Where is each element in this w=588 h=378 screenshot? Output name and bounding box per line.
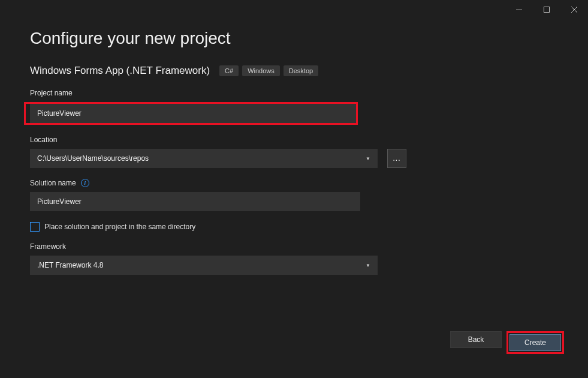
project-name-input[interactable] [30,104,356,123]
template-tags: C# Windows Desktop [219,65,318,76]
framework-value: .NET Framework 4.8 [37,261,103,269]
project-name-highlight [24,102,358,125]
same-directory-checkbox[interactable] [30,222,40,232]
chevron-down-icon: ▼ [366,263,370,268]
maximize-button[interactable] [533,0,560,19]
tag: C# [219,65,239,76]
same-directory-row: Place solution and project in the same d… [30,222,558,232]
framework-select[interactable]: .NET Framework 4.8 ▼ [30,256,378,275]
project-name-label: Project name [30,89,558,97]
create-button[interactable]: Create [509,334,561,351]
location-select[interactable]: C:\Users\UserName\sources\repos ▼ [30,149,378,168]
project-name-field-group: Project name [30,89,558,125]
chevron-down-icon: ▼ [366,156,370,161]
minimize-button[interactable] [505,0,533,19]
create-button-highlight: Create [506,331,564,354]
footer-buttons: Back Create [450,331,564,354]
solution-name-label: Solution name [30,179,76,187]
info-icon[interactable]: i [81,179,89,187]
framework-field-group: Framework .NET Framework 4.8 ▼ [30,242,558,275]
window-controls [505,0,588,19]
solution-name-field-group: Solution name i [30,179,558,211]
template-info-row: Windows Forms App (.NET Framework) C# Wi… [30,65,558,77]
browse-button[interactable]: ... [387,149,406,168]
framework-label: Framework [30,242,558,251]
svg-rect-0 [516,10,522,10]
page-title: Configure your new project [30,29,558,48]
close-button[interactable] [560,0,588,19]
location-field-group: Location C:\Users\UserName\sources\repos… [30,136,558,168]
location-label: Location [30,136,558,144]
solution-name-input[interactable] [30,192,360,211]
template-name: Windows Forms App (.NET Framework) [30,65,210,77]
tag: Windows [242,65,280,76]
tag: Desktop [284,65,318,76]
location-value: C:\Users\UserName\sources\repos [37,154,149,163]
back-button[interactable]: Back [450,331,502,348]
same-directory-label: Place solution and project in the same d… [44,223,195,231]
svg-rect-1 [544,7,550,13]
